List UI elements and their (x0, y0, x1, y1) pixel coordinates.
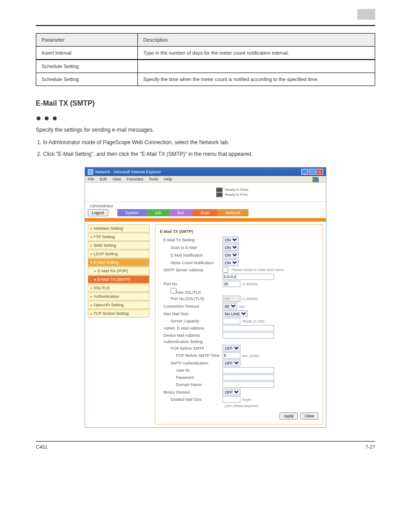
inp-userid[interactable] (223, 367, 274, 373)
nav-email-tx[interactable]: ▸E-Mail TX (SMTP) (88, 275, 150, 283)
tab-system[interactable]: System (117, 209, 147, 216)
ie-icon (88, 169, 93, 175)
chapter-badge (36, 9, 375, 21)
menu-help[interactable]: Help (164, 177, 172, 181)
logout-button[interactable]: Logout (88, 209, 108, 216)
footer-page: 7-27 (365, 444, 375, 450)
nav-tcpsocket[interactable]: ▸TCP Socket Setting (88, 309, 150, 317)
menu-view[interactable]: View (112, 177, 121, 181)
inp-divsize[interactable] (223, 396, 240, 403)
nav-smb[interactable]: ▸SMB Setting (88, 241, 150, 249)
lbl-deviceemail: Device Mail Address (160, 333, 223, 338)
step-1: In Administrator mode of PageScope Web C… (43, 138, 375, 148)
lbl-use-ssl: Use SSL/TLS (160, 288, 223, 295)
page-footer: C451 7-27 (36, 441, 375, 450)
tab-job[interactable]: Job (147, 209, 170, 216)
main-panel: E-Mail TX (SMTP) E-Mail TX SettingON Sca… (155, 224, 323, 425)
orange-divider (85, 218, 326, 222)
sel-timeout[interactable]: 60 (223, 303, 237, 309)
menu-favorites[interactable]: Favorites (127, 177, 143, 181)
footer-model: C451 (36, 444, 47, 450)
sel-email-notif[interactable]: ON (223, 252, 239, 258)
sel-bindiv[interactable]: OFF (223, 389, 240, 395)
cell-param-2: Schedule Setting (36, 73, 138, 86)
inp-servercap[interactable] (223, 318, 240, 324)
brand-logo (90, 185, 143, 199)
admin-label: Administrator (85, 202, 326, 209)
windows-flag-icon (313, 177, 319, 182)
chk-hostname[interactable] (223, 267, 228, 273)
screenshot-window: Network - Microsoft Internet Explorer _ … (85, 167, 326, 428)
lbl-servercap: Server Capacity (160, 319, 223, 323)
window-title: Network - Microsoft Internet Explorer (95, 170, 161, 174)
nav-email-rx[interactable]: ▸E-Mail RX (POP) (88, 267, 150, 275)
sel-popbefore[interactable]: OFF (223, 345, 240, 352)
sel-smtpauth[interactable]: OFF (223, 360, 240, 366)
scanner-icon (216, 188, 223, 192)
cell-desc-0: Type in the number of days for the meter… (138, 47, 375, 60)
lbl-smtp-server: SMTP Server Address (160, 268, 223, 272)
lbl-authsetting: Authentication Setting (160, 339, 223, 344)
clear-button[interactable]: Clear (300, 412, 318, 420)
steps-list: In Administrator mode of PageScope Web C… (43, 138, 375, 159)
cell-param-1: Schedule Setting (36, 60, 138, 73)
lbl-divsize: Divided Mail Size (160, 397, 223, 402)
lbl-popbefore: POP Before SMTP (160, 346, 223, 351)
sel-maxmail[interactable]: No Limit (223, 310, 248, 317)
tab-network[interactable]: Network (218, 209, 248, 216)
nav-ftp[interactable]: ▸FTP Setting (88, 233, 150, 241)
inp-domain[interactable] (223, 382, 274, 388)
lbl-timeout: Connection Timeout (160, 304, 223, 309)
lbl-scan-email: Scan to E-Mail (160, 245, 223, 250)
chk-use-ssl[interactable] (171, 288, 176, 294)
menu-tools[interactable]: Tools (149, 177, 158, 181)
nav-auth[interactable]: ▸Authentication (88, 292, 150, 300)
inp-password[interactable] (223, 374, 274, 381)
form-title: E-Mail TX (SMTP) (160, 229, 318, 234)
inp-port[interactable] (223, 281, 240, 287)
menu-file[interactable]: File (88, 177, 94, 181)
inp-deviceemail[interactable] (223, 332, 274, 339)
th-parameter: Parameter (36, 34, 138, 47)
lbl-maxmail: Max Mail Size (160, 312, 223, 316)
tab-scan[interactable]: Scan (193, 209, 218, 216)
inp-adminemail[interactable] (223, 325, 274, 331)
lbl-port-ssl: Port No.(SSL/TLS) (160, 296, 223, 301)
apply-button[interactable]: Apply (279, 412, 298, 420)
window-titlebar: Network - Microsoft Internet Explorer _ … (85, 167, 326, 176)
nav-netware[interactable]: ▸NetWare Setting (88, 224, 150, 232)
step-2: Click "E-Mail Setting", and then click t… (43, 150, 375, 159)
menu-edit[interactable]: Edit (100, 177, 107, 181)
inp-port-ssl (223, 296, 240, 302)
section-dots: ●●● (36, 113, 375, 123)
maximize-button[interactable]: □ (309, 169, 316, 175)
lbl-password: Password (160, 375, 223, 380)
sel-tx-setting[interactable]: ON (223, 236, 239, 243)
minimize-button[interactable]: _ (301, 169, 308, 175)
sel-scan-email[interactable]: ON (223, 244, 239, 251)
lbl-userid: User ID (160, 368, 223, 373)
inp-poptime[interactable] (223, 352, 240, 359)
lbl-email-notif: E-Mail Notification (160, 253, 223, 257)
inp-smtp-server[interactable] (223, 274, 274, 280)
nav-ssl[interactable]: ▸SSL/TLS (88, 284, 150, 292)
lbl-smtpauth: SMTP Authentication (160, 361, 223, 365)
left-nav: ▸NetWare Setting ▸FTP Setting ▸SMB Setti… (85, 222, 152, 427)
lbl-bindiv: Binary Division (160, 390, 223, 395)
lbl-domain: Domain Name (160, 382, 223, 387)
lbl-poptime: POP Before SMTP Time (160, 353, 223, 358)
lbl-adminemail: Admin. E-Mail Address (160, 326, 223, 330)
section-intro: Specify the settings for sending e-mail … (36, 126, 375, 134)
cell-desc-2: Specify the time when the meter count is… (138, 73, 375, 86)
nav-email-setting[interactable]: ▾E-Mail Setting (88, 258, 150, 266)
nav-ldap[interactable]: ▸LDAP Setting (88, 250, 150, 258)
device-status: Ready to Scan Ready to Print (216, 187, 248, 197)
lbl-port: Port No. (160, 282, 223, 286)
sel-meter-notif[interactable]: ON (223, 259, 239, 266)
section-title: E-Mail TX (SMTP) (36, 99, 375, 107)
nav-openapi[interactable]: ▸OpenAPI Setting (88, 301, 150, 309)
cell-param-0: Insert Interval (36, 47, 138, 60)
close-button[interactable]: × (317, 169, 323, 175)
tab-box[interactable]: Box (169, 209, 193, 216)
lbl-meter-notif: Meter Count Notification (160, 261, 223, 265)
